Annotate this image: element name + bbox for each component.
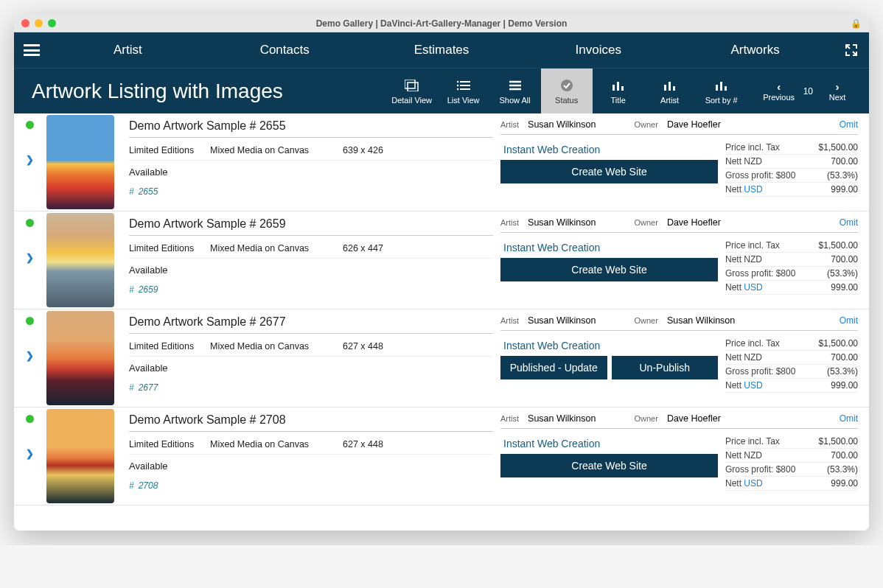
tool-list-view[interactable]: List View bbox=[438, 69, 489, 114]
artwork-details: Demo Artwork Sample # 2708 Limited Editi… bbox=[116, 407, 500, 505]
nett-usd-value: 999.00 bbox=[831, 478, 858, 489]
show-all-icon bbox=[509, 78, 521, 93]
svg-point-11 bbox=[561, 80, 573, 91]
nav-estimates[interactable]: Estimates bbox=[363, 43, 520, 57]
nav-contacts[interactable]: Contacts bbox=[206, 43, 363, 57]
nett-nzd-value: 700.00 bbox=[831, 450, 858, 461]
instant-web-label: Instant Web Creation bbox=[503, 340, 718, 351]
sub-header: Artwork Listing with Images Detail View … bbox=[14, 68, 869, 113]
status-dot-icon bbox=[26, 219, 34, 227]
gross-profit-pct: (53.3%) bbox=[827, 464, 858, 475]
omit-link[interactable]: Omit bbox=[840, 119, 858, 130]
tool-sort-artist[interactable]: Artist bbox=[644, 69, 696, 114]
tool-sort-title[interactable]: Title bbox=[593, 69, 644, 114]
svg-rect-12 bbox=[612, 85, 615, 91]
omit-link[interactable]: Omit bbox=[840, 217, 858, 228]
dimensions-label: 626 x 447 bbox=[343, 243, 409, 253]
expand-row-button[interactable]: ❯ bbox=[26, 252, 34, 263]
gross-profit-label: Gross profit: $800 bbox=[725, 268, 795, 279]
artwork-side-panel: Artist Susan Wilkinson Owner Dave Hoefle… bbox=[500, 113, 869, 211]
menu-button[interactable] bbox=[14, 44, 49, 56]
artwork-thumbnail[interactable] bbox=[45, 113, 116, 211]
dimensions-label: 627 x 448 bbox=[343, 341, 409, 351]
omit-link[interactable]: Omit bbox=[840, 315, 858, 326]
tool-show-all[interactable]: Show All bbox=[489, 69, 541, 114]
nett-usd-label: Nett USD bbox=[725, 282, 763, 293]
artwork-details: Demo Artwork Sample # 2677 Limited Editi… bbox=[116, 309, 500, 407]
artwork-title: Demo Artwork Sample # 2708 bbox=[129, 413, 493, 432]
next-button[interactable]: › Next bbox=[819, 80, 856, 102]
artwork-thumbnail[interactable] bbox=[45, 211, 116, 309]
svg-rect-15 bbox=[664, 85, 666, 91]
tool-label: Artist bbox=[660, 96, 679, 105]
row-gutter: ❯ bbox=[14, 309, 45, 407]
svg-rect-19 bbox=[720, 82, 722, 91]
create-website-button[interactable]: Create Web Site bbox=[500, 160, 718, 183]
artwork-thumbnail[interactable] bbox=[45, 407, 116, 505]
nett-usd-value: 999.00 bbox=[831, 184, 858, 195]
svg-rect-18 bbox=[716, 85, 718, 91]
expand-row-button[interactable]: ❯ bbox=[26, 448, 34, 459]
tool-detail-view[interactable]: Detail View bbox=[386, 69, 438, 114]
omit-link[interactable]: Omit bbox=[840, 413, 858, 424]
gross-profit-label: Gross profit: $800 bbox=[725, 366, 795, 377]
app-window: Demo Gallery | DaVinci-Art-Gallery-Manag… bbox=[14, 15, 869, 531]
availability-label: Available bbox=[129, 357, 493, 379]
list-view-icon bbox=[457, 78, 470, 93]
bars-icon bbox=[612, 78, 625, 93]
price-incl-tax-label: Price incl. Tax bbox=[725, 142, 780, 153]
svg-rect-0 bbox=[405, 80, 415, 88]
tool-label: Detail View bbox=[391, 96, 432, 105]
owner-label: Owner bbox=[634, 414, 657, 423]
nett-nzd-label: Nett NZD bbox=[725, 352, 762, 363]
artist-label: Artist bbox=[500, 414, 519, 423]
usd-link[interactable]: USD bbox=[744, 478, 762, 489]
nett-nzd-label: Nett NZD bbox=[725, 450, 762, 461]
unpublish-button[interactable]: Un-Publish bbox=[612, 356, 719, 379]
web-creation-area: Instant Web Creation Create Web Site bbox=[500, 239, 718, 295]
edition-label: Limited Editions bbox=[129, 145, 210, 155]
owner-name: Dave Hoefler bbox=[667, 217, 721, 228]
gross-profit-pct: (53.3%) bbox=[827, 366, 858, 377]
artist-label: Artist bbox=[500, 316, 519, 325]
published-update-button[interactable]: Published - Update bbox=[500, 356, 607, 379]
price-incl-tax-label: Price incl. Tax bbox=[725, 436, 780, 447]
detail-view-icon bbox=[405, 78, 419, 93]
previous-button[interactable]: ‹ Previous bbox=[761, 80, 798, 102]
create-website-button[interactable]: Create Web Site bbox=[500, 258, 718, 281]
artwork-thumbnail[interactable] bbox=[45, 309, 116, 407]
svg-rect-14 bbox=[621, 86, 624, 91]
expand-row-button[interactable]: ❯ bbox=[26, 154, 34, 165]
edition-label: Limited Editions bbox=[129, 439, 210, 449]
nav-artworks[interactable]: Artworks bbox=[677, 43, 834, 57]
nett-nzd-label: Nett NZD bbox=[725, 156, 762, 167]
thumbnail-image bbox=[46, 115, 114, 209]
row-gutter: ❯ bbox=[14, 113, 45, 211]
row-gutter: ❯ bbox=[14, 211, 45, 309]
tool-sort-number[interactable]: Sort by # bbox=[696, 69, 747, 114]
tool-label: Show All bbox=[500, 96, 531, 105]
expand-row-button[interactable]: ❯ bbox=[26, 350, 34, 361]
pager-count: 10 bbox=[803, 86, 813, 97]
usd-link[interactable]: USD bbox=[744, 282, 762, 293]
artist-label: Artist bbox=[500, 120, 519, 129]
page-title: Artwork Listing with Images bbox=[32, 80, 283, 103]
nav-artist[interactable]: Artist bbox=[49, 43, 206, 57]
web-creation-area: Instant Web Creation Published - Update … bbox=[500, 337, 718, 393]
usd-link[interactable]: USD bbox=[744, 380, 762, 391]
artwork-list[interactable]: ❯ Demo Artwork Sample # 2655 Limited Edi… bbox=[14, 113, 869, 531]
usd-link[interactable]: USD bbox=[744, 184, 762, 195]
nett-usd-value: 999.00 bbox=[831, 282, 858, 293]
owner-label: Owner bbox=[634, 120, 657, 129]
artwork-side-panel: Artist Susan Wilkinson Owner Dave Hoefle… bbox=[500, 211, 869, 309]
artwork-side-panel: Artist Susan Wilkinson Owner Susan Wilki… bbox=[500, 309, 869, 407]
web-creation-area: Instant Web Creation Create Web Site bbox=[500, 141, 718, 197]
nett-nzd-value: 700.00 bbox=[831, 156, 858, 167]
titlebar: Demo Gallery | DaVinci-Art-Gallery-Manag… bbox=[14, 15, 869, 32]
tool-sort-status[interactable]: Status bbox=[541, 69, 593, 114]
create-website-button[interactable]: Create Web Site bbox=[500, 454, 718, 477]
gross-profit-label: Gross profit: $800 bbox=[725, 464, 795, 475]
nav-invoices[interactable]: Invoices bbox=[520, 43, 677, 57]
fullscreen-button[interactable] bbox=[834, 43, 869, 57]
artwork-row: ❯ Demo Artwork Sample # 2655 Limited Edi… bbox=[14, 113, 869, 211]
